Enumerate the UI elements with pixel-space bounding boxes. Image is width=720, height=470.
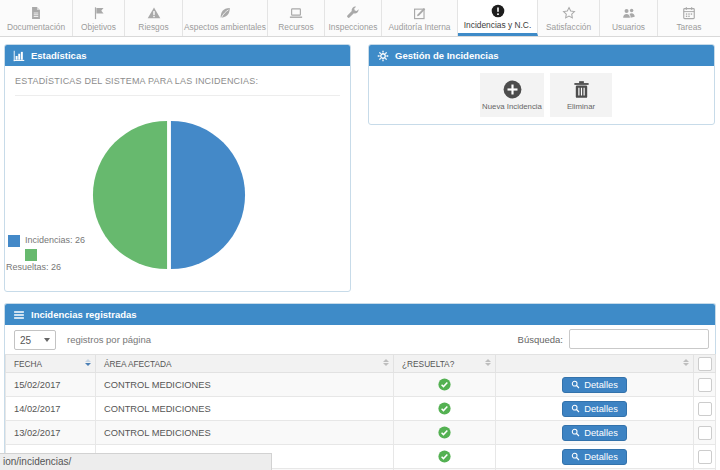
statistics-panel: Estadísticas ESTADÍSTICAS DEL SISTEMA PA… <box>4 44 351 292</box>
pie-chart <box>91 117 247 273</box>
cell-actions: Detalles <box>496 445 694 469</box>
nav-tab-usuarios[interactable]: Usuarios <box>600 0 658 36</box>
detalles-label: Detalles <box>584 380 618 390</box>
nueva-incidencia-label: Nueva Incidencia <box>482 102 542 111</box>
detalles-button[interactable]: Detalles <box>562 425 627 441</box>
eliminar-label: Eliminar <box>567 102 595 111</box>
nav-tab-auditoria-interna[interactable]: Auditoría Interna <box>382 0 458 36</box>
cell-actions: Detalles <box>496 373 694 397</box>
search-area: Búsqueda: <box>518 329 709 349</box>
legend-label-resueltas: Resueltas: 26 <box>6 262 61 272</box>
column-header-area-afectada[interactable]: ÁREA AFECTADA <box>96 355 394 373</box>
bar-chart-icon <box>13 50 25 62</box>
users-icon <box>622 6 636 20</box>
incidents-table-header: Incidencias registradas <box>5 304 715 325</box>
check-circle-icon <box>438 451 451 461</box>
detalles-label: Detalles <box>584 428 618 438</box>
edit-icon <box>413 6 427 20</box>
sort-both-icon <box>383 359 389 366</box>
trash-icon <box>572 80 591 99</box>
page-size-value: 25 <box>20 335 31 346</box>
cell-select <box>694 373 716 397</box>
eliminar-button[interactable]: Eliminar <box>550 73 612 117</box>
cell-resuelta <box>394 445 496 469</box>
link-status-bar: ion/incidencias/ <box>0 453 272 470</box>
nav-tab-riesgos[interactable]: Riesgos <box>125 0 183 36</box>
magnifier-icon <box>571 428 580 437</box>
check-circle-icon <box>438 427 451 437</box>
incidents-table-panel: Incidencias registradas 25 registros por… <box>4 303 716 470</box>
nav-tab-satisfaccion[interactable]: Satisfacción <box>538 0 600 36</box>
search-input[interactable] <box>569 329 709 349</box>
pie-slice-resueltas <box>93 121 167 269</box>
statistics-panel-header: Estadísticas <box>5 45 350 66</box>
row-checkbox[interactable] <box>698 426 712 440</box>
cell-actions: Detalles <box>496 397 694 421</box>
table-header-row: FECHAÁREA AFECTADA¿RESUELTA? <box>6 355 716 373</box>
detalles-button[interactable]: Detalles <box>562 401 627 417</box>
cell-actions: Detalles <box>496 421 694 445</box>
select-all-checkbox[interactable] <box>698 357 712 371</box>
sort-desc-icon <box>85 359 91 366</box>
star-icon <box>562 6 576 20</box>
pie-slice-incidencias <box>171 121 245 269</box>
leaf-icon <box>218 6 232 20</box>
row-checkbox[interactable] <box>698 378 712 392</box>
legend-swatch-incidencias <box>8 235 20 247</box>
magnifier-icon <box>571 452 580 461</box>
legend-swatch-resueltas <box>25 249 37 261</box>
incident-management-header: Gestión de Incidencias <box>369 45 714 66</box>
page-size-label: registros por página <box>67 334 151 345</box>
detalles-label: Detalles <box>584 404 618 414</box>
document-icon <box>29 6 43 20</box>
column-header-actions[interactable] <box>496 355 694 373</box>
cell-area: CONTROL MEDICIONES <box>96 373 394 397</box>
chevron-down-icon <box>44 338 50 342</box>
magnifier-icon <box>571 404 580 413</box>
incident-management-title: Gestión de Incidencias <box>395 50 498 61</box>
detalles-label: Detalles <box>584 452 618 462</box>
cell-area: CONTROL MEDICIONES <box>96 421 394 445</box>
cell-resuelta <box>394 373 496 397</box>
incidents-table-title: Incidencias registradas <box>31 309 137 320</box>
list-icon <box>13 309 25 321</box>
row-checkbox[interactable] <box>698 450 712 464</box>
nav-tab-aspectos-ambientales[interactable]: Aspectos ambientales <box>183 0 268 36</box>
legend-label-incidencias: Incidencias: 26 <box>25 235 85 245</box>
magnifier-icon <box>571 380 580 389</box>
nav-tab-recursos[interactable]: Recursos <box>268 0 325 36</box>
flag-icon <box>92 6 106 20</box>
page-size-select[interactable]: 25 <box>14 330 56 350</box>
column-header-select <box>694 355 716 373</box>
nav-tab-documentacion[interactable]: Documentación <box>0 0 73 36</box>
nav-tab-incidencias-y-n-c[interactable]: Incidencias y N.C. <box>458 0 538 36</box>
gear-icon <box>377 50 389 62</box>
cell-select <box>694 445 716 469</box>
check-circle-icon <box>438 403 451 413</box>
table-controls: 25 registros por página Búsqueda: <box>5 325 715 354</box>
sort-both-icon <box>485 359 491 366</box>
search-label: Búsqueda: <box>518 334 563 345</box>
detalles-button[interactable]: Detalles <box>562 377 627 393</box>
cell-fecha: 13/02/2017 <box>6 421 96 445</box>
table-row: 13/02/2017 CONTROL MEDICIONES Detalles <box>6 421 716 445</box>
nueva-incidencia-button[interactable]: Nueva Incidencia <box>480 73 544 117</box>
incident-management-panel: Gestión de Incidencias Nueva Incidencia … <box>368 44 715 125</box>
check-circle-icon <box>438 379 451 389</box>
column-header-fecha[interactable]: FECHA <box>6 355 96 373</box>
warning-icon <box>147 6 161 20</box>
row-checkbox[interactable] <box>698 402 712 416</box>
nav-tab-inspecciones[interactable]: Inspecciones <box>325 0 382 36</box>
laptop-icon <box>289 6 303 20</box>
nav-tab-objetivos[interactable]: Objetivos <box>73 0 125 36</box>
cell-select <box>694 421 716 445</box>
top-navigation: Documentación Objetivos Riesgos Aspectos… <box>0 0 720 37</box>
incident-management-body: Nueva Incidencia Eliminar <box>369 66 714 125</box>
detalles-button[interactable]: Detalles <box>562 449 627 465</box>
column-header-resuelta[interactable]: ¿RESUELTA? <box>394 355 496 373</box>
cell-fecha: 15/02/2017 <box>6 373 96 397</box>
statistics-subtitle: ESTADÍSTICAS DEL SISTEMA PARA LAS INCIDE… <box>15 76 340 96</box>
sort-both-icon <box>683 359 689 366</box>
nav-tab-tareas[interactable]: Tareas <box>658 0 720 36</box>
wrench-icon <box>346 6 360 20</box>
